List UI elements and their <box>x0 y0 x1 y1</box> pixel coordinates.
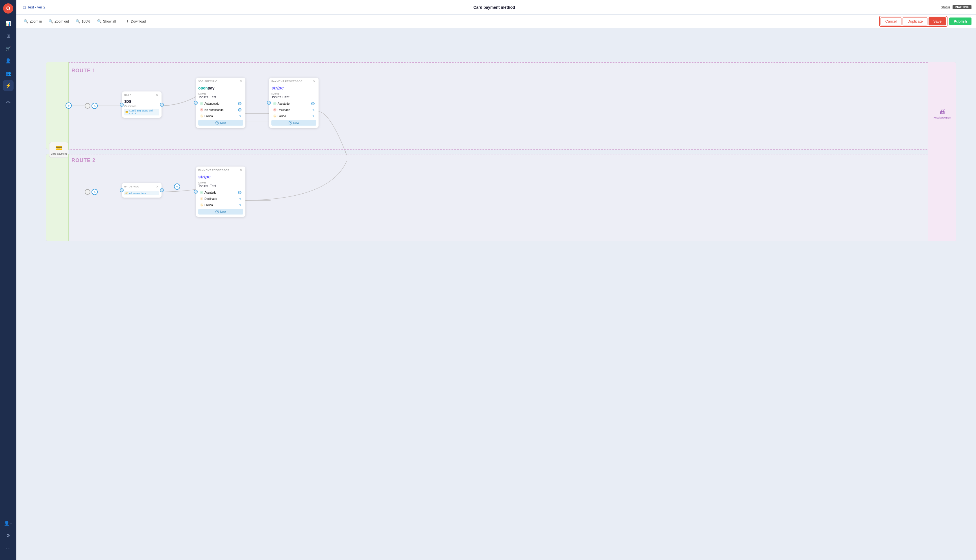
topbar: □ Test - ver 2 Card payment method Statu… <box>17 0 976 15</box>
tds-status-noautenticado: ✕ No autenticado <box>198 107 243 113</box>
card-payment-label: Card payment <box>50 152 67 155</box>
condition-icon: 💳 <box>125 111 128 113</box>
stripe2-status-aceptado: ✓ Aceptado <box>198 190 243 195</box>
stripe2-new-button[interactable]: + New <box>198 209 243 215</box>
stripe2-declinado-icon: ○ <box>200 197 204 200</box>
stripe-node-route2: PAYMENT PROCESSOR ✕ stripe NAME Tshirts+… <box>196 167 245 217</box>
publish-button[interactable]: Publish <box>949 18 971 25</box>
sidebar-item-cart[interactable]: 🛒 <box>3 43 13 53</box>
route1-label: ROUTE 1 <box>72 68 95 74</box>
rule-node-route2: BY DEFAULT ✕ 💳 All transactions <box>122 183 162 198</box>
route1-edit-button[interactable]: ✎ <box>92 103 98 109</box>
sidebar-item-team[interactable]: 👥 <box>3 68 13 78</box>
result-icon: 🖨 <box>939 107 946 115</box>
tds-node-close[interactable]: ✕ <box>239 79 243 83</box>
sidebar-item-settings[interactable]: ⚙ <box>3 530 13 541</box>
stripe1-status-fallido: ⚠ Fallido ✎ <box>271 113 316 119</box>
stripe-node-header: PAYMENT PROCESSOR ✕ <box>269 78 319 84</box>
stripe-node-close[interactable]: ✕ <box>312 79 316 83</box>
tds-in-connector <box>194 101 198 105</box>
purple-right-panel: 🖨 Result payment <box>928 62 956 241</box>
route1-green-panel <box>46 62 68 150</box>
stripe-node-route2-close[interactable]: ✕ <box>239 168 243 172</box>
rule-node-route2-header: BY DEFAULT ✕ <box>122 183 162 190</box>
download-button[interactable]: ⬇ Download <box>123 18 148 25</box>
action-buttons-wrapper: Cancel Duplicate Save <box>879 16 948 27</box>
stripe1-status-declinado: ✕ Declinado ✎ <box>271 107 316 113</box>
noautenticado-connector <box>238 108 242 112</box>
tds-new-button[interactable]: + New <box>198 120 243 126</box>
cancel-button[interactable]: Cancel <box>881 17 901 25</box>
rule-node-close[interactable]: ✕ <box>155 93 159 97</box>
rule-node-route2-close[interactable]: ✕ <box>155 185 159 188</box>
stripe1-new-icon: + <box>289 121 292 125</box>
page-title: Card payment method <box>50 5 939 10</box>
route2-edit-button[interactable]: ✎ <box>92 189 98 195</box>
fallido-tds-icon: ⚠ <box>200 114 204 118</box>
stripe1-in-connector <box>267 101 271 105</box>
sidebar-item-rules[interactable]: ⚡ <box>3 80 13 91</box>
card-payment-icon: 💳 <box>50 145 67 151</box>
fallido-tds-edit[interactable]: ✎ <box>239 115 242 118</box>
tds-status-autenticado: ✓ Autenticado <box>198 101 243 107</box>
result-area: 🖨 Result payment <box>928 62 956 119</box>
save-button[interactable]: Save <box>929 17 946 25</box>
sidebar-item-analytics[interactable]: 📊 <box>3 18 13 29</box>
tds-node-header: 3DS SPECIFIC ✕ <box>196 78 245 84</box>
add-route1-button[interactable]: + <box>65 102 72 109</box>
stripe2-status-fallido: ⚠ Fallido ✎ <box>198 202 243 208</box>
zoom-icon: 🔍 <box>76 19 80 23</box>
sidebar: O 📊 ⊞ 🛒 👤 👥 ⚡ </> 👤+ ⚙ ⋯ <box>0 0 17 560</box>
route2-green-panel <box>46 154 68 241</box>
sidebar-item-add-user[interactable]: 👤+ <box>3 518 13 528</box>
tds-node: 3DS SPECIFIC ✕ openpay NAME Tshirts+Test… <box>196 78 245 128</box>
rule-node-out-connector <box>160 103 164 107</box>
stripe2-status-declinado: ○ Declinado ✎ <box>198 196 243 202</box>
zoom-out-button[interactable]: 🔍 Zoom out <box>46 18 72 25</box>
stripe1-declinado-edit[interactable]: ✎ <box>312 108 315 112</box>
tab-label: Test - ver 2 <box>27 5 45 9</box>
download-icon: ⬇ <box>126 19 129 23</box>
autenticado-connector <box>238 102 242 105</box>
stripe1-new-button[interactable]: + New <box>271 120 316 126</box>
sidebar-item-users[interactable]: 👤 <box>3 55 13 66</box>
tab-icon: □ <box>23 5 25 10</box>
stripe1-fallido-edit[interactable]: ✎ <box>312 115 315 118</box>
stripe1-aceptado-icon: ✓ <box>273 102 277 105</box>
rule-node-header: RULE ✕ <box>122 92 162 98</box>
route2-start-node <box>85 189 90 195</box>
sidebar-item-dev[interactable]: </> <box>3 97 13 108</box>
topbar-tab[interactable]: □ Test - ver 2 <box>21 4 48 11</box>
stripe2-fallido-edit[interactable]: ✎ <box>239 203 242 207</box>
action-buttons: Cancel Duplicate Save Publish <box>879 16 971 27</box>
toolbar-separator <box>121 18 121 24</box>
sidebar-item-more[interactable]: ⋯ <box>3 542 13 553</box>
stripe-logo-route1: stripe <box>271 85 316 91</box>
main-area: □ Test - ver 2 Card payment method Statu… <box>17 0 976 560</box>
show-all-button[interactable]: 🔍 Show all <box>94 18 118 25</box>
conditions-label: Conditions <box>124 105 159 108</box>
route2-condition-chip: 💳 All transactions <box>124 192 159 195</box>
app-logo[interactable]: O <box>3 3 13 13</box>
stripe2-declinado-edit[interactable]: ✎ <box>239 197 242 200</box>
route2-condition-icon: 💳 <box>125 192 128 195</box>
zoom-percent-button[interactable]: 🔍 100% <box>73 18 93 25</box>
stripe1-status-aceptado: ✓ Aceptado <box>271 101 316 107</box>
status-area: Status INACTIVE <box>941 5 971 9</box>
stripe-node-route2-header: PAYMENT PROCESSOR ✕ <box>196 167 245 173</box>
rule-node-in-connector <box>120 103 124 107</box>
stripe2-new-icon: + <box>215 210 219 213</box>
status-label: Status <box>941 5 950 9</box>
duplicate-button[interactable]: Duplicate <box>903 17 928 25</box>
route2-line-edit-button[interactable]: ✎ <box>174 183 180 190</box>
route1-container <box>46 62 956 150</box>
zoom-out-icon: 🔍 <box>48 19 53 23</box>
zoom-in-button[interactable]: 🔍 Zoom in <box>21 18 45 25</box>
rule-node-title: 3DS <box>124 99 159 103</box>
autenticado-icon: ✓ <box>200 102 204 105</box>
openpay-logo: openpay <box>198 85 243 91</box>
toolbar: 🔍 Zoom in 🔍 Zoom out 🔍 100% 🔍 Show all ⬇… <box>17 15 976 28</box>
stripe1-declinado-icon: ✕ <box>273 108 277 112</box>
status-badge: INACTIVE <box>953 5 971 9</box>
sidebar-item-pages[interactable]: ⊞ <box>3 30 13 41</box>
